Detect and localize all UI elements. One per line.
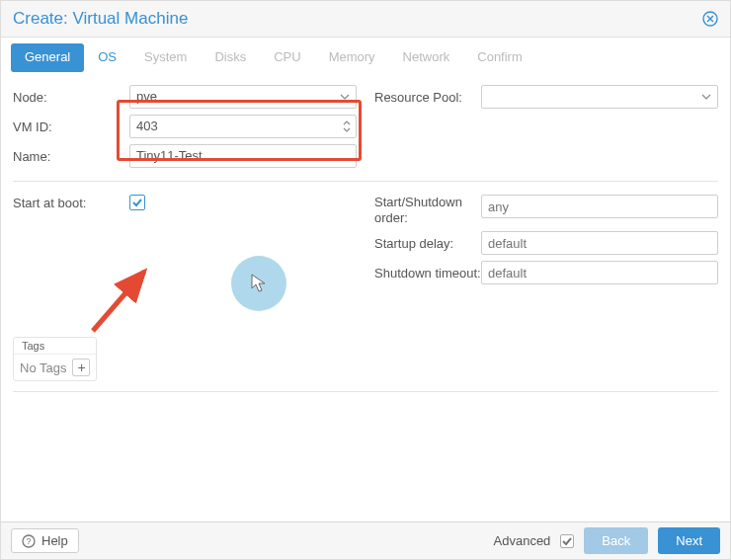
- node-combobox[interactable]: pve: [129, 85, 357, 109]
- startup-delay-input[interactable]: [481, 231, 718, 255]
- start-at-boot-checkbox[interactable]: [129, 195, 145, 210]
- chevron-down-icon: [699, 89, 713, 105]
- name-input[interactable]: Tiny11-Test: [129, 144, 357, 168]
- tags-header: Tags: [14, 338, 96, 355]
- tab-bar: General OS System Disks CPU Memory Netwo…: [1, 37, 730, 72]
- check-icon: [562, 536, 572, 546]
- right-column-adv: Start/Shutdown order: Startup delay: Shu…: [374, 192, 718, 287]
- window-title: Create: Virtual Machine: [13, 9, 188, 29]
- field-name: Name: Tiny11-Test: [13, 141, 357, 171]
- shutdown-timeout-input[interactable]: [481, 261, 718, 284]
- plus-icon: +: [77, 360, 85, 375]
- tab-general[interactable]: General: [11, 43, 84, 72]
- tab-system: System: [130, 43, 201, 72]
- close-icon[interactable]: [702, 11, 718, 27]
- left-column-adv: Start at boot:: [13, 192, 357, 287]
- field-vmid: VM ID: 403: [13, 112, 357, 141]
- vmid-label: VM ID:: [13, 120, 129, 134]
- left-column: Node: pve VM ID: 403: [13, 82, 357, 171]
- advanced-checkbox[interactable]: [560, 534, 574, 548]
- vmid-spinner[interactable]: [342, 117, 352, 136]
- tab-memory: Memory: [315, 43, 389, 72]
- dialog-footer: ? Help Advanced Back Next: [1, 521, 730, 559]
- field-shutdown-timeout: Shutdown timeout:: [374, 258, 718, 287]
- help-label: Help: [41, 533, 68, 548]
- divider: [13, 391, 718, 392]
- start-shutdown-label: Start/Shutdown order:: [374, 195, 481, 225]
- field-start-at-boot: Start at boot:: [13, 192, 357, 214]
- vmid-value: 403: [136, 119, 158, 133]
- help-icon: ?: [22, 534, 36, 548]
- top-fields-grid: Node: pve VM ID: 403: [13, 82, 718, 171]
- check-icon: [131, 197, 143, 208]
- add-tag-button[interactable]: +: [72, 359, 90, 376]
- tab-os[interactable]: OS: [84, 43, 130, 72]
- node-value: pve: [136, 89, 157, 104]
- start-shutdown-input[interactable]: [481, 195, 718, 218]
- next-button[interactable]: Next: [658, 527, 720, 554]
- titlebar: Create: Virtual Machine: [1, 1, 730, 37]
- tab-network: Network: [389, 43, 464, 72]
- tags-body: No Tags +: [14, 355, 96, 380]
- chevron-up-icon: [342, 120, 352, 126]
- resource-pool-combobox[interactable]: [481, 85, 718, 109]
- back-button[interactable]: Back: [584, 527, 648, 554]
- chevron-down-icon: [342, 126, 352, 133]
- help-button[interactable]: ? Help: [11, 528, 79, 553]
- name-label: Name:: [13, 149, 129, 164]
- start-at-boot-label: Start at boot:: [13, 196, 129, 210]
- advanced-label: Advanced: [494, 533, 551, 548]
- shutdown-timeout-label: Shutdown timeout:: [374, 266, 481, 280]
- vmid-input[interactable]: 403: [129, 115, 357, 138]
- field-node: Node: pve: [13, 82, 357, 112]
- field-resource-pool: Resource Pool:: [374, 82, 718, 112]
- field-startup-delay: Startup delay:: [374, 228, 718, 258]
- node-label: Node:: [13, 90, 129, 105]
- footer-right: Advanced Back Next: [494, 527, 720, 554]
- tab-content: Node: pve VM ID: 403: [1, 72, 730, 521]
- tags-section: Tags No Tags +: [13, 337, 97, 381]
- svg-text:?: ?: [26, 536, 31, 546]
- startup-delay-label: Startup delay:: [374, 236, 481, 251]
- resource-pool-label: Resource Pool:: [374, 90, 481, 105]
- advanced-fields-grid: Start at boot: Start/Shutdown order: Sta…: [13, 192, 718, 287]
- tab-cpu: CPU: [260, 43, 314, 72]
- divider: [13, 181, 718, 182]
- chevron-down-icon: [338, 89, 352, 105]
- right-column-top: Resource Pool:: [374, 82, 718, 171]
- tags-empty-text: No Tags: [20, 360, 66, 375]
- field-start-shutdown: Start/Shutdown order:: [374, 192, 718, 228]
- tab-confirm: Confirm: [463, 43, 536, 72]
- name-value: Tiny11-Test: [136, 148, 203, 163]
- dialog-create-vm: Create: Virtual Machine General OS Syste…: [0, 0, 731, 560]
- tab-disks: Disks: [201, 43, 260, 72]
